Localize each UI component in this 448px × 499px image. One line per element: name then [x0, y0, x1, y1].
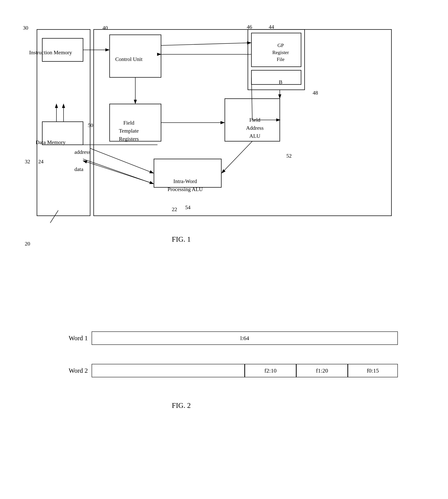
- b-register-label: B: [254, 75, 307, 90]
- word2-label: Word 2: [57, 367, 88, 374]
- instruction-memory-label: Instruction Memory: [29, 40, 73, 65]
- field-template-label: FieldTemplateRegisters: [101, 111, 157, 151]
- label-24: 24: [38, 159, 44, 165]
- field-address-label: FieldAddressALU: [225, 105, 284, 151]
- word2-cell-f0: f0:15: [348, 364, 398, 377]
- gp-register-file-label: GPRegisterFile: [254, 34, 307, 71]
- fig1-caption: FIG. 1: [172, 235, 191, 243]
- svg-rect-8: [251, 33, 301, 67]
- word1-label: Word 1: [57, 334, 88, 342]
- svg-rect-6: [110, 35, 161, 77]
- label-data: data: [74, 166, 83, 172]
- svg-line-14: [161, 43, 251, 46]
- svg-line-21: [222, 141, 252, 173]
- word2-cell-f1: f1:20: [296, 364, 348, 377]
- label-52: 52: [286, 153, 292, 159]
- label-30: 30: [23, 25, 28, 31]
- svg-rect-2: [94, 29, 391, 216]
- word2-row: Word 2 f2:10 f1:20 f0:15: [57, 363, 398, 378]
- label-50: 50: [88, 122, 93, 128]
- svg-rect-3: [37, 29, 90, 216]
- word2-cell-empty: [92, 364, 245, 377]
- page: Instruction Memory Data Memory Control U…: [0, 0, 448, 499]
- fig2-caption: FIG. 2: [172, 401, 191, 410]
- label-46: 46: [247, 24, 252, 30]
- svg-rect-12: [154, 159, 221, 187]
- svg-line-17: [251, 77, 252, 120]
- svg-rect-4: [42, 38, 83, 62]
- data-memory-label: Data Memory: [29, 130, 73, 155]
- svg-rect-9: [251, 70, 301, 84]
- label-54: 54: [185, 204, 191, 211]
- svg-rect-11: [225, 99, 280, 141]
- label-22: 22: [172, 206, 177, 213]
- svg-line-22: [90, 148, 153, 173]
- word2-cell-f2: f2:10: [245, 364, 296, 377]
- svg-line-24: [83, 159, 154, 184]
- word2-bar: f2:10 f1:20 f0:15: [92, 364, 398, 377]
- label-40: 40: [102, 25, 108, 31]
- label-32: 32: [25, 159, 30, 165]
- svg-line-25: [83, 161, 154, 184]
- label-address: address: [74, 149, 91, 155]
- intra-word-label: Intra-WordProcessing ALU: [149, 170, 222, 200]
- label-48: 48: [313, 90, 318, 96]
- word1-cell-l64: l:64: [92, 332, 398, 344]
- control-unit-label: Control Unit: [101, 36, 157, 82]
- svg-rect-7: [248, 29, 305, 90]
- svg-rect-5: [42, 122, 83, 145]
- word1-bar: l:64: [92, 332, 398, 345]
- svg-line-28: [50, 210, 58, 223]
- label-20: 20: [25, 241, 30, 247]
- fig1-container: Instruction Memory Data Memory Control U…: [19, 15, 420, 264]
- fig2-container: Word 1 l:64 Word 2 f2:10 f1:20 f0:15 FIG…: [19, 315, 420, 468]
- svg-rect-10: [110, 104, 161, 141]
- word1-row: Word 1 l:64: [57, 331, 398, 346]
- diagram-arrows: [19, 15, 420, 264]
- label-44: 44: [269, 24, 274, 30]
